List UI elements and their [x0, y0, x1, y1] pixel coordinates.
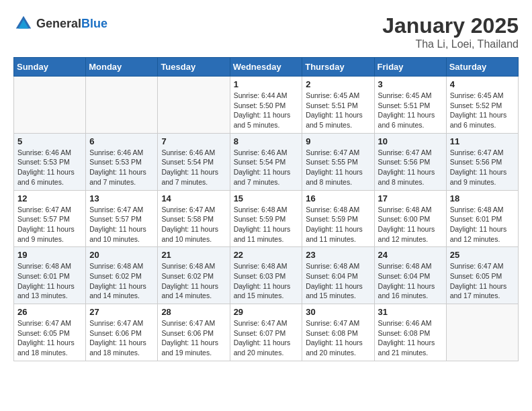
day-number: 22 [234, 250, 299, 260]
table-row: 22 Sunrise: 6:48 AMSunset: 6:03 PMDaylig… [230, 247, 302, 304]
col-tuesday: Tuesday [158, 58, 230, 77]
calendar-week-1: 1 Sunrise: 6:44 AMSunset: 5:50 PMDayligh… [14, 77, 519, 134]
table-row: 4 Sunrise: 6:45 AMSunset: 5:52 PMDayligh… [446, 77, 518, 134]
day-number: 14 [161, 193, 226, 203]
day-info: Sunrise: 6:47 AMSunset: 6:07 PMDaylight:… [234, 318, 299, 358]
day-number: 28 [161, 307, 226, 317]
day-info: Sunrise: 6:47 AMSunset: 5:58 PMDaylight:… [161, 205, 226, 244]
calendar-week-2: 5 Sunrise: 6:46 AMSunset: 5:53 PMDayligh… [14, 133, 519, 190]
day-info: Sunrise: 6:46 AMSunset: 5:53 PMDaylight:… [17, 148, 82, 187]
logo-icon [13, 13, 34, 34]
table-row: 16 Sunrise: 6:48 AMSunset: 5:59 PMDaylig… [302, 190, 374, 247]
table-row [446, 304, 518, 361]
day-number: 3 [378, 79, 443, 89]
day-info: Sunrise: 6:48 AMSunset: 6:01 PMDaylight:… [450, 205, 515, 244]
day-info: Sunrise: 6:45 AMSunset: 5:51 PMDaylight:… [306, 91, 370, 130]
day-number: 25 [450, 250, 515, 260]
day-number: 11 [450, 136, 515, 146]
day-info: Sunrise: 6:47 AMSunset: 5:57 PMDaylight:… [17, 205, 82, 244]
day-info: Sunrise: 6:46 AMSunset: 5:54 PMDaylight:… [161, 148, 226, 187]
day-info: Sunrise: 6:48 AMSunset: 6:04 PMDaylight:… [378, 261, 443, 301]
col-monday: Monday [86, 58, 158, 77]
table-row [86, 77, 158, 134]
day-info: Sunrise: 6:47 AMSunset: 6:06 PMDaylight:… [161, 318, 226, 358]
day-number: 8 [234, 136, 299, 146]
table-row: 7 Sunrise: 6:46 AMSunset: 5:54 PMDayligh… [158, 133, 230, 190]
day-number: 21 [161, 250, 226, 260]
table-row: 28 Sunrise: 6:47 AMSunset: 6:06 PMDaylig… [158, 304, 230, 361]
calendar-table: Sunday Monday Tuesday Wednesday Thursday… [13, 57, 519, 361]
day-number: 4 [450, 79, 515, 89]
day-number: 31 [378, 307, 443, 317]
day-number: 6 [89, 136, 154, 146]
location-title: Tha Li, Loei, Thailand [382, 38, 519, 50]
day-number: 13 [89, 193, 154, 203]
day-info: Sunrise: 6:45 AMSunset: 5:52 PMDaylight:… [450, 91, 515, 130]
day-info: Sunrise: 6:47 AMSunset: 5:56 PMDaylight:… [450, 148, 515, 187]
day-number: 10 [378, 136, 443, 146]
table-row: 26 Sunrise: 6:47 AMSunset: 6:05 PMDaylig… [14, 304, 86, 361]
day-number: 18 [450, 193, 515, 203]
day-info: Sunrise: 6:48 AMSunset: 6:02 PMDaylight:… [161, 261, 226, 301]
day-info: Sunrise: 6:44 AMSunset: 5:50 PMDaylight:… [234, 91, 299, 130]
day-info: Sunrise: 6:46 AMSunset: 5:53 PMDaylight:… [89, 148, 154, 187]
table-row: 1 Sunrise: 6:44 AMSunset: 5:50 PMDayligh… [230, 77, 302, 134]
table-row [14, 77, 86, 134]
day-number: 23 [306, 250, 370, 260]
table-row [158, 77, 230, 134]
table-row: 8 Sunrise: 6:46 AMSunset: 5:54 PMDayligh… [230, 133, 302, 190]
col-thursday: Thursday [302, 58, 374, 77]
day-number: 9 [306, 136, 370, 146]
table-row: 14 Sunrise: 6:47 AMSunset: 5:58 PMDaylig… [158, 190, 230, 247]
col-sunday: Sunday [14, 58, 86, 77]
logo-text: GeneralBlue [36, 17, 107, 31]
day-info: Sunrise: 6:47 AMSunset: 6:05 PMDaylight:… [17, 318, 82, 358]
table-row: 25 Sunrise: 6:47 AMSunset: 6:05 PMDaylig… [446, 247, 518, 304]
table-row: 10 Sunrise: 6:47 AMSunset: 5:56 PMDaylig… [374, 133, 446, 190]
table-row: 31 Sunrise: 6:46 AMSunset: 6:08 PMDaylig… [374, 304, 446, 361]
day-number: 24 [378, 250, 443, 260]
day-number: 17 [378, 193, 443, 203]
page-header: GeneralBlue January 2025 Tha Li, Loei, T… [13, 13, 519, 50]
calendar-week-4: 19 Sunrise: 6:48 AMSunset: 6:01 PMDaylig… [14, 247, 519, 304]
day-info: Sunrise: 6:47 AMSunset: 5:56 PMDaylight:… [378, 148, 443, 187]
day-info: Sunrise: 6:45 AMSunset: 5:51 PMDaylight:… [378, 91, 443, 130]
table-row: 3 Sunrise: 6:45 AMSunset: 5:51 PMDayligh… [374, 77, 446, 134]
day-info: Sunrise: 6:48 AMSunset: 6:02 PMDaylight:… [89, 261, 154, 301]
title-block: January 2025 Tha Li, Loei, Thailand [382, 13, 519, 50]
day-number: 20 [89, 250, 154, 260]
day-info: Sunrise: 6:48 AMSunset: 6:01 PMDaylight:… [17, 261, 82, 301]
logo-blue: Blue [81, 17, 107, 30]
table-row: 18 Sunrise: 6:48 AMSunset: 6:01 PMDaylig… [446, 190, 518, 247]
day-number: 7 [161, 136, 226, 146]
calendar-header-row: Sunday Monday Tuesday Wednesday Thursday… [14, 58, 519, 77]
calendar-week-3: 12 Sunrise: 6:47 AMSunset: 5:57 PMDaylig… [14, 190, 519, 247]
day-info: Sunrise: 6:47 AMSunset: 6:05 PMDaylight:… [450, 261, 515, 301]
day-number: 26 [17, 307, 82, 317]
table-row: 11 Sunrise: 6:47 AMSunset: 5:56 PMDaylig… [446, 133, 518, 190]
table-row: 20 Sunrise: 6:48 AMSunset: 6:02 PMDaylig… [86, 247, 158, 304]
table-row: 17 Sunrise: 6:48 AMSunset: 6:00 PMDaylig… [374, 190, 446, 247]
day-number: 1 [234, 79, 299, 89]
table-row: 29 Sunrise: 6:47 AMSunset: 6:07 PMDaylig… [230, 304, 302, 361]
table-row: 23 Sunrise: 6:48 AMSunset: 6:04 PMDaylig… [302, 247, 374, 304]
day-info: Sunrise: 6:47 AMSunset: 5:57 PMDaylight:… [89, 205, 154, 244]
table-row: 2 Sunrise: 6:45 AMSunset: 5:51 PMDayligh… [302, 77, 374, 134]
table-row: 9 Sunrise: 6:47 AMSunset: 5:55 PMDayligh… [302, 133, 374, 190]
day-info: Sunrise: 6:48 AMSunset: 6:04 PMDaylight:… [306, 261, 370, 301]
day-number: 30 [306, 307, 370, 317]
col-wednesday: Wednesday [230, 58, 302, 77]
logo-general: General [36, 17, 81, 30]
logo: GeneralBlue [13, 13, 107, 34]
day-number: 2 [306, 79, 370, 89]
table-row: 13 Sunrise: 6:47 AMSunset: 5:57 PMDaylig… [86, 190, 158, 247]
day-number: 5 [17, 136, 82, 146]
table-row: 6 Sunrise: 6:46 AMSunset: 5:53 PMDayligh… [86, 133, 158, 190]
day-number: 27 [89, 307, 154, 317]
day-number: 15 [234, 193, 299, 203]
day-info: Sunrise: 6:47 AMSunset: 6:06 PMDaylight:… [89, 318, 154, 358]
day-number: 12 [17, 193, 82, 203]
calendar-week-5: 26 Sunrise: 6:47 AMSunset: 6:05 PMDaylig… [14, 304, 519, 361]
day-info: Sunrise: 6:48 AMSunset: 5:59 PMDaylight:… [234, 205, 299, 244]
table-row: 12 Sunrise: 6:47 AMSunset: 5:57 PMDaylig… [14, 190, 86, 247]
